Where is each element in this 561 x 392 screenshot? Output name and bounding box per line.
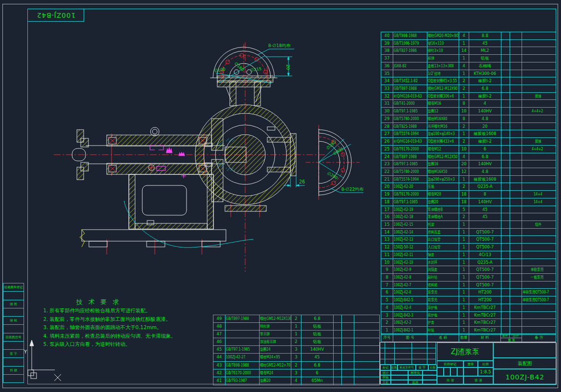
bom-cell-no: 36 [381, 62, 393, 70]
bom-cell-note [522, 236, 556, 243]
rev-mark-label: 标记 [380, 365, 391, 370]
bom-cell-qty: 8 [459, 115, 469, 122]
bom-cell-total-weight [510, 32, 523, 39]
bom-cell-total-weight [342, 331, 354, 338]
bom-cell-note [522, 77, 556, 85]
bom-cell-name: 转向牌 [260, 323, 291, 330]
bom-cell-note [522, 176, 556, 183]
bom-cell-name: 螺柱GM12-M12X50 [427, 153, 459, 160]
bom-cell-note [522, 206, 556, 213]
bom-cell-total-weight [510, 85, 523, 92]
title-block: 标记 处数 更改文件号 签 字 日期 设计 标准化 审核 工艺 批准 ZJ渣浆泵… [380, 342, 556, 384]
bom-cell-name: 垫圈20 [260, 377, 291, 385]
bom-cell-code: 100ZJ-42-6 [393, 289, 428, 296]
bom-cell-total-weight [510, 206, 523, 213]
bom-cell-no: 16 [381, 213, 393, 220]
bom-cell-no: 40 [381, 32, 393, 39]
bom-cell-qty: 2 [459, 77, 469, 85]
bom-cell-name: O型密封圈306×6 [427, 93, 459, 100]
bom-cell-material: HT200 [469, 289, 501, 296]
bom-cell-no: 42 [213, 369, 225, 377]
bom-cell-material: 6 [301, 369, 334, 377]
bom-cell-note: 胶接 [522, 138, 556, 145]
bom-cell-code [225, 338, 260, 345]
bom-cell-code: JG68-82 [393, 62, 428, 70]
bom-cell-no: 45 [213, 346, 225, 353]
bom-cell-code: GB/T5780-2000 [393, 168, 428, 175]
bom-cell-note [354, 323, 379, 330]
rev-date-label: 日期 [428, 365, 437, 370]
bom-cell-total-weight [510, 168, 523, 175]
bom-cell-name: 出口短管 [427, 236, 459, 243]
bom-cell-no: 3 [381, 312, 393, 319]
bom-cell-code: 100ZJ-42-7 [393, 282, 428, 289]
bom-cell-qty: 1 [459, 229, 469, 236]
bom-cell-qty: 1 [459, 274, 469, 281]
bom-cell-unit-weight [501, 55, 510, 62]
bom-cell-name: 螺母M20 [427, 191, 459, 198]
bom-cell-name: 前护板 [427, 312, 459, 319]
bom-cell-no: 39 [381, 40, 393, 47]
bom-cell-code [225, 323, 260, 330]
bom-cell-material: 140HV [469, 108, 501, 115]
bom-cell-unit-weight [334, 338, 342, 345]
bom-cell-name: 泵体螺栓A [427, 213, 459, 220]
bom-cell-note [354, 369, 379, 377]
bom-cell-material: KmTBCr27 [469, 304, 501, 311]
bom-cell-note [354, 331, 379, 338]
bom-row: 6 100ZJ-42-6 后泵壳 1 HT200 串联泵用QT500-7 [381, 289, 556, 296]
bom-cell-no: 46 [213, 338, 225, 345]
bom-cell-note [522, 282, 556, 289]
bom-cell-unit-weight [501, 312, 510, 319]
bom-cell-qty: 20 [459, 160, 469, 168]
bom-cell-no: 4 [381, 304, 393, 311]
bom-row: 14 100ZJ-42-14 填料压盖 1 QT500-7 [381, 229, 556, 236]
bom-cell-no: 11 [381, 251, 393, 258]
bom-cell-unit-weight [334, 354, 342, 361]
bom-cell-unit-weight [501, 115, 510, 122]
bom-cell-material: 140HV [469, 160, 501, 168]
bom-cell-name: 加油标示牌 [260, 338, 291, 345]
bom-cell-code: GB/T5780-2000 [393, 115, 428, 122]
bom-cell-qty: 1 [459, 40, 469, 47]
bom-row: 35 1/2″丝堵 1 KTH300-06 [381, 70, 556, 78]
bom-cell-material: 橡胶板1608 [469, 130, 501, 137]
bom-cell-name: 螺柱GM20-M20×80 [427, 32, 459, 39]
bom-cell-code: 100ZJ-42-19 [393, 206, 428, 213]
bom-cell-material: QT500-7 [469, 236, 501, 243]
bom-cell-no: 19 [381, 191, 393, 198]
bom-cell-name: 轴套 [427, 251, 459, 258]
bom-cell-unit-weight [501, 62, 510, 70]
bom-cell-unit-weight [501, 160, 510, 168]
bom-cell-unit-weight [501, 259, 510, 266]
bom-cell-material: KmTBCr27 [469, 312, 501, 319]
bom-cell-total-weight [510, 304, 523, 311]
bom-cell-unit-weight [501, 251, 510, 258]
bom-cell-note [522, 70, 556, 77]
bom-cell-total-weight [342, 369, 354, 377]
bom-cell-qty: 1 [459, 130, 469, 137]
bom-row: 11 100ZJ-42-11 轴套 1 4Cr13 [381, 251, 556, 259]
bom-row: 32 衬Q/HG16-019-63 O型密封圈306×6 1 橡胶Ⅰ-2 胶接 [381, 93, 556, 100]
bom-cell-note [354, 315, 379, 322]
bom-cell-material: 橡胶Ⅰ-2 [469, 138, 501, 145]
bom-cell-qty: 1 [459, 319, 469, 326]
revision-grid [380, 343, 437, 365]
bom-row: 25 GB/T6170-2000 螺母M12 10 6 4+4+2 [381, 146, 556, 153]
bom-row: 15 100ZJ-42-15 托架 1 组件 [381, 221, 556, 229]
bom-cell-material: 6.8 [301, 362, 334, 369]
bom-cell-name: 螺柱GM12-M12X90 [427, 85, 459, 92]
bom-cell-total-weight [342, 338, 354, 345]
bom-cell-code: GB/T897-1988 [393, 153, 428, 160]
bom-cell-unit-weight [501, 274, 510, 281]
bom-cell-note [354, 354, 379, 361]
bom-row: 19 GB/T6170-2000 螺母M20 18 8 14+4 [381, 191, 556, 198]
bom-cell-code: 100ZJ-42-9 [393, 266, 428, 273]
bom-cell-unit-weight [501, 282, 510, 289]
bom-row: 42 GB/T6170-2000 螺母M24 3 6 [213, 369, 379, 377]
bom-cell-no: 10 [381, 259, 393, 266]
bom-cell-qty: 2 [459, 183, 469, 190]
bom-cell-no: 20 [381, 183, 393, 190]
bom-cell-name: 垫φ200×φ250×3 [427, 176, 459, 183]
cursor-cross[interactable] [54, 374, 61, 381]
